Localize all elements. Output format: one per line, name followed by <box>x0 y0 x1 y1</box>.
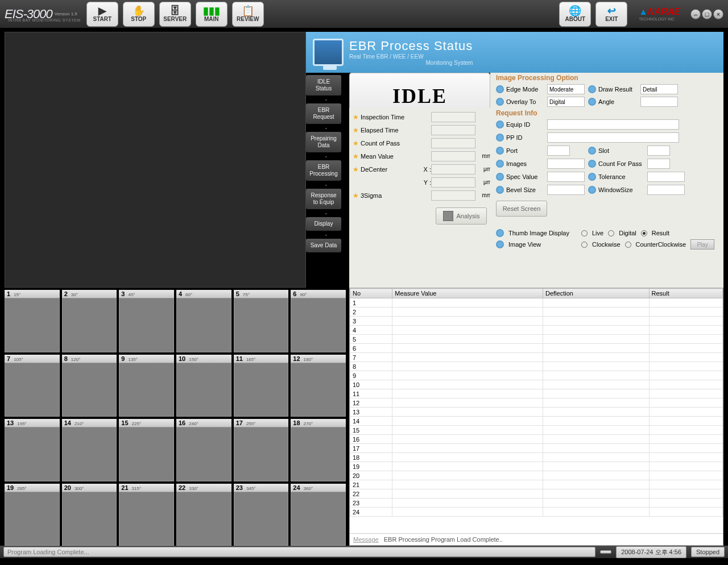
count-input[interactable] <box>431 138 475 148</box>
winsize-input[interactable] <box>647 185 685 195</box>
close-button[interactable]: × <box>713 9 723 19</box>
draw-result-input[interactable] <box>640 84 678 94</box>
thumb-22[interactable]: 22330° <box>176 484 231 546</box>
thumb-13[interactable]: 13195° <box>5 419 60 481</box>
images-check[interactable] <box>496 160 504 168</box>
sigma-input[interactable] <box>431 190 475 201</box>
equip-input[interactable] <box>547 119 679 130</box>
elapsed-input[interactable] <box>431 125 475 135</box>
port-check[interactable] <box>496 147 504 155</box>
winsize-check[interactable] <box>588 186 596 194</box>
thumb-display-check[interactable] <box>496 229 504 237</box>
edge-mode-input[interactable] <box>547 84 585 94</box>
draw-result-check[interactable] <box>588 85 596 93</box>
table-row[interactable]: 4 <box>350 326 723 335</box>
start-button[interactable]: ▶START <box>86 2 118 27</box>
table-row[interactable]: 16 <box>350 435 723 444</box>
digital-radio[interactable] <box>608 230 614 236</box>
tol-check[interactable] <box>588 173 596 181</box>
table-row[interactable]: 20 <box>350 471 723 480</box>
thumb-10[interactable]: 10150° <box>176 355 231 417</box>
overlay-check[interactable] <box>496 98 504 106</box>
pp-check[interactable] <box>496 134 504 142</box>
thumb-5[interactable]: 575° <box>234 290 289 352</box>
equip-check[interactable] <box>496 121 504 128</box>
thumb-11[interactable]: 11165° <box>234 355 289 417</box>
thumb-23[interactable]: 23345° <box>234 484 289 546</box>
tol-input[interactable] <box>647 172 685 182</box>
thumb-14[interactable]: 14210° <box>62 419 117 481</box>
table-row[interactable]: 11 <box>350 389 723 398</box>
overlay-input[interactable] <box>547 97 585 107</box>
thumb-17[interactable]: 17255° <box>234 419 289 481</box>
inspection-input[interactable] <box>431 112 475 122</box>
step-3[interactable]: EBRProcessing <box>306 160 341 181</box>
table-row[interactable]: 1 <box>350 298 723 308</box>
countpass-check[interactable] <box>588 160 596 168</box>
table-row[interactable]: 14 <box>350 417 723 426</box>
result-radio[interactable] <box>641 230 647 236</box>
table-row[interactable]: 7 <box>350 353 723 362</box>
thumb-19[interactable]: 19285° <box>5 484 60 546</box>
table-row[interactable]: 24 <box>350 508 723 517</box>
bevel-input[interactable] <box>547 185 585 195</box>
server-button[interactable]: 🗄SERVER <box>159 2 191 27</box>
reset-screen-button[interactable]: Reset Screen <box>496 201 547 217</box>
table-row[interactable]: 13 <box>350 408 723 417</box>
live-radio[interactable] <box>581 230 588 236</box>
thumb-18[interactable]: 18270° <box>291 419 346 481</box>
table-row[interactable]: 17 <box>350 444 723 453</box>
thumb-21[interactable]: 21315° <box>119 484 174 546</box>
decenter-x-input[interactable] <box>431 164 475 175</box>
port-input[interactable] <box>547 146 570 156</box>
edge-mode-check[interactable] <box>496 85 504 93</box>
table-row[interactable]: 19 <box>350 462 723 471</box>
table-row[interactable]: 21 <box>350 480 723 489</box>
stop-button[interactable]: ✋STOP <box>123 2 155 27</box>
table-row[interactable]: 9 <box>350 371 723 380</box>
slot-check[interactable] <box>588 147 596 155</box>
thumb-4[interactable]: 460° <box>176 290 231 352</box>
thumb-8[interactable]: 8120° <box>62 355 117 417</box>
bevel-check[interactable] <box>496 186 504 194</box>
thumb-1[interactable]: 115° <box>5 290 60 352</box>
thumb-12[interactable]: 12180° <box>291 355 346 417</box>
table-row[interactable]: 12 <box>350 398 723 408</box>
thumb-7[interactable]: 7105° <box>5 355 60 417</box>
angle-check[interactable] <box>588 98 596 106</box>
minimize-button[interactable]: – <box>690 9 701 19</box>
angle-input[interactable] <box>640 97 678 107</box>
step-1[interactable]: EBRRequest <box>306 103 341 124</box>
analysis-button[interactable]: Analysis <box>436 207 487 225</box>
thumb-2[interactable]: 230° <box>62 290 117 352</box>
decenter-y-input[interactable] <box>431 177 475 188</box>
exit-button[interactable]: ↩EXIT <box>595 2 627 27</box>
table-row[interactable]: 5 <box>350 335 723 344</box>
maximize-button[interactable]: □ <box>702 9 712 19</box>
table-row[interactable]: 22 <box>350 489 723 498</box>
thumb-3[interactable]: 345° <box>119 290 174 352</box>
thumb-15[interactable]: 15225° <box>119 419 174 481</box>
thumb-24[interactable]: 24360° <box>291 484 346 546</box>
images-input[interactable] <box>547 159 585 169</box>
step-0[interactable]: IDLEStatus <box>306 75 341 95</box>
thumb-6[interactable]: 690° <box>291 290 346 352</box>
table-row[interactable]: 15 <box>350 426 723 435</box>
review-button[interactable]: 📋REVIEW <box>232 2 264 27</box>
thumb-9[interactable]: 9135° <box>119 355 174 417</box>
spec-check[interactable] <box>496 173 504 181</box>
ccw-radio[interactable] <box>625 242 631 248</box>
cw-radio[interactable] <box>581 242 588 248</box>
thumb-20[interactable]: 20300° <box>62 484 117 546</box>
main-button[interactable]: ▮▮▮MAIN <box>196 2 228 27</box>
spec-input[interactable] <box>547 172 585 182</box>
imgview-check[interactable] <box>496 240 504 248</box>
play-button[interactable]: Play <box>690 239 714 250</box>
table-row[interactable]: 6 <box>350 344 723 353</box>
table-row[interactable]: 8 <box>350 362 723 371</box>
table-row[interactable]: 10 <box>350 380 723 389</box>
table-row[interactable]: 23 <box>350 498 723 508</box>
thumb-16[interactable]: 16240° <box>176 419 231 481</box>
mean-input[interactable] <box>431 151 475 161</box>
step-2[interactable]: PrepairingData <box>306 132 341 152</box>
